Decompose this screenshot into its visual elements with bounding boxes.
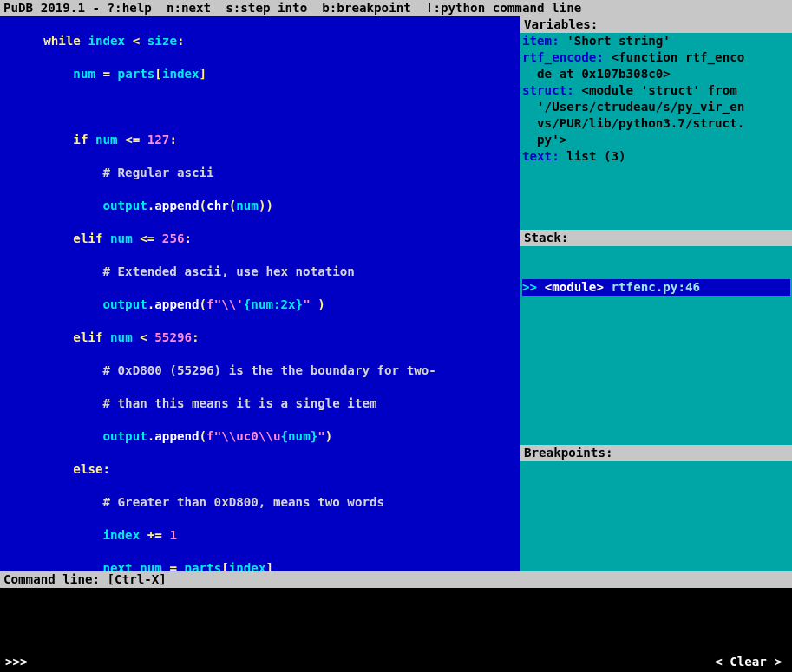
console-area[interactable] [0,588,792,654]
variable-row[interactable]: struct: <module 'struct' from [522,82,790,99]
variables-panel[interactable]: Variables: item: 'Short string'rtf_encod… [520,16,792,230]
stack-frame[interactable]: >> <module> rtfenc.py:46 [522,279,790,296]
main-area: while index < size: num = parts[index] i… [0,16,792,571]
variable-row[interactable]: text: list (3) [522,148,790,165]
prompt[interactable]: >>> [5,654,28,670]
variable-row[interactable]: '/Users/ctrudeau/s/py_vir_en [522,99,790,115]
clear-button[interactable]: < Clear > [715,654,782,670]
title-bar: PuDB 2019.1 - ?:help n:next s:step into … [0,0,792,16]
stack-panel[interactable]: Stack: >> <module> rtfenc.py:46 [520,230,792,445]
variable-row[interactable]: de at 0x107b308c0> [522,66,790,82]
variables-title: Variables: [520,16,792,33]
command-line-bar[interactable]: Command line: [Ctrl-X] [0,571,792,588]
variable-row[interactable]: rtf_encode: <function rtf_enco [522,49,790,66]
stack-title: Stack: [520,230,792,246]
variable-row[interactable]: py'> [522,132,790,148]
console-footer: >>> < Clear > [0,654,792,670]
breakpoints-panel[interactable]: Breakpoints: [520,445,792,571]
variable-row[interactable]: vs/PUR/lib/python3.7/struct. [522,115,790,132]
source-pane[interactable]: while index < size: num = parts[index] i… [0,16,520,571]
breakpoints-title: Breakpoints: [520,445,792,461]
variable-row[interactable]: item: 'Short string' [522,33,790,49]
